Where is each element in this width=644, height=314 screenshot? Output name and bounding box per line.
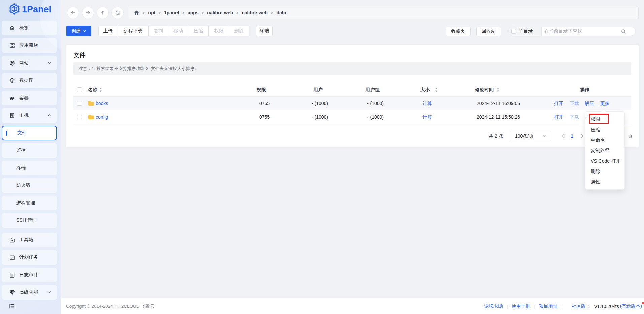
svg-text:1: 1 (13, 6, 16, 12)
